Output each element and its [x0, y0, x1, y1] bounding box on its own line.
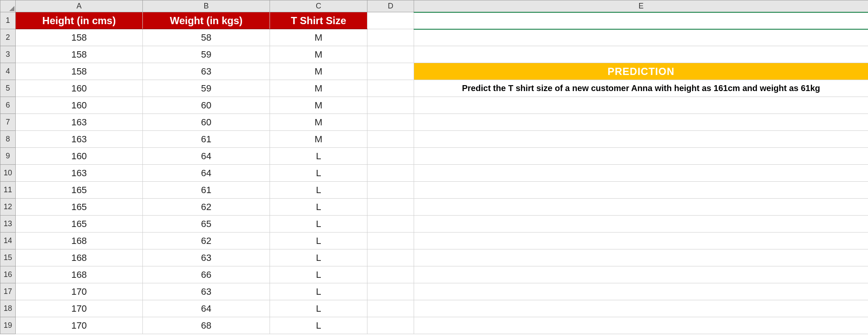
col-header-E[interactable]: E [414, 0, 868, 12]
cell-A10[interactable]: 163 [16, 165, 143, 182]
row-header-11[interactable]: 11 [0, 182, 16, 199]
cell-C19[interactable]: L [270, 317, 367, 334]
row-header-8[interactable]: 8 [0, 131, 16, 148]
cell-E14[interactable] [414, 233, 868, 249]
row-header-17[interactable]: 17 [0, 283, 16, 300]
cell-B10[interactable]: 64 [143, 165, 270, 182]
cell-A7[interactable]: 163 [16, 114, 143, 131]
cell-C15[interactable]: L [270, 249, 367, 266]
cell-C18[interactable]: L [270, 300, 367, 317]
row-header-13[interactable]: 13 [0, 216, 16, 233]
row-header-12[interactable]: 12 [0, 199, 16, 216]
cell-D8[interactable] [367, 131, 414, 148]
cell-C13[interactable]: L [270, 216, 367, 233]
cell-D17[interactable] [367, 283, 414, 300]
cell-E8[interactable] [414, 131, 868, 148]
cell-E6[interactable] [414, 97, 868, 114]
cell-B16[interactable]: 66 [143, 266, 270, 283]
cell-A8[interactable]: 163 [16, 131, 143, 148]
cell-E7[interactable] [414, 114, 868, 131]
cell-B1-header-weight[interactable]: Weight (in kgs) [143, 12, 270, 29]
cell-D7[interactable] [367, 114, 414, 131]
spreadsheet-grid[interactable]: A B C D E 1 Height (in cms) Weight (in k… [0, 0, 868, 334]
row-header-10[interactable]: 10 [0, 165, 16, 182]
cell-E10[interactable] [414, 165, 868, 182]
col-header-A[interactable]: A [16, 0, 143, 12]
row-header-4[interactable]: 4 [0, 63, 16, 80]
cell-B15[interactable]: 63 [143, 249, 270, 266]
cell-C10[interactable]: L [270, 165, 367, 182]
cell-C2[interactable]: M [270, 29, 367, 46]
cell-E3[interactable] [414, 46, 868, 63]
cell-C4[interactable]: M [270, 63, 367, 80]
cell-C9[interactable]: L [270, 148, 367, 165]
cell-A13[interactable]: 165 [16, 216, 143, 233]
cell-D5[interactable] [367, 80, 414, 97]
cell-D18[interactable] [367, 300, 414, 317]
cell-C6[interactable]: M [270, 97, 367, 114]
cell-D3[interactable] [367, 46, 414, 63]
row-header-2[interactable]: 2 [0, 29, 16, 46]
cell-A16[interactable]: 168 [16, 266, 143, 283]
cell-A17[interactable]: 170 [16, 283, 143, 300]
cell-D10[interactable] [367, 165, 414, 182]
select-all-corner[interactable] [0, 0, 16, 12]
cell-B8[interactable]: 61 [143, 131, 270, 148]
cell-D11[interactable] [367, 182, 414, 199]
cell-E17[interactable] [414, 283, 868, 300]
col-header-D[interactable]: D [367, 0, 414, 12]
cell-C11[interactable]: L [270, 182, 367, 199]
cell-D16[interactable] [367, 266, 414, 283]
cell-D13[interactable] [367, 216, 414, 233]
cell-E15[interactable] [414, 249, 868, 266]
cell-A19[interactable]: 170 [16, 317, 143, 334]
cell-B4[interactable]: 63 [143, 63, 270, 80]
cell-E5-prediction-text[interactable]: Predict the T shirt size of a new custom… [414, 80, 868, 97]
cell-D14[interactable] [367, 233, 414, 249]
cell-B19[interactable]: 68 [143, 317, 270, 334]
cell-E1-selected[interactable] [414, 12, 868, 29]
cell-A6[interactable]: 160 [16, 97, 143, 114]
cell-C7[interactable]: M [270, 114, 367, 131]
cell-E12[interactable] [414, 199, 868, 216]
cell-A1-header-height[interactable]: Height (in cms) [16, 12, 143, 29]
cell-C3[interactable]: M [270, 46, 367, 63]
cell-A9[interactable]: 160 [16, 148, 143, 165]
cell-D4[interactable] [367, 63, 414, 80]
cell-A12[interactable]: 165 [16, 199, 143, 216]
cell-C14[interactable]: L [270, 233, 367, 249]
cell-A15[interactable]: 168 [16, 249, 143, 266]
cell-D6[interactable] [367, 97, 414, 114]
row-header-14[interactable]: 14 [0, 233, 16, 249]
row-header-1[interactable]: 1 [0, 12, 16, 29]
cell-C12[interactable]: L [270, 199, 367, 216]
cell-B13[interactable]: 65 [143, 216, 270, 233]
cell-A14[interactable]: 168 [16, 233, 143, 249]
cell-B5[interactable]: 59 [143, 80, 270, 97]
cell-B2[interactable]: 58 [143, 29, 270, 46]
cell-B12[interactable]: 62 [143, 199, 270, 216]
row-header-18[interactable]: 18 [0, 300, 16, 317]
cell-D1[interactable] [367, 12, 414, 29]
cell-E9[interactable] [414, 148, 868, 165]
cell-D2[interactable] [367, 29, 414, 46]
cell-C17[interactable]: L [270, 283, 367, 300]
cell-A4[interactable]: 158 [16, 63, 143, 80]
cell-C5[interactable]: M [270, 80, 367, 97]
row-header-5[interactable]: 5 [0, 80, 16, 97]
cell-D15[interactable] [367, 249, 414, 266]
row-header-16[interactable]: 16 [0, 266, 16, 283]
cell-A5[interactable]: 160 [16, 80, 143, 97]
cell-E4-prediction-banner[interactable]: PREDICTION [414, 63, 868, 80]
cell-D19[interactable] [367, 317, 414, 334]
cell-C16[interactable]: L [270, 266, 367, 283]
cell-B3[interactable]: 59 [143, 46, 270, 63]
cell-B7[interactable]: 60 [143, 114, 270, 131]
cell-B18[interactable]: 64 [143, 300, 270, 317]
cell-D12[interactable] [367, 199, 414, 216]
cell-B11[interactable]: 61 [143, 182, 270, 199]
cell-A3[interactable]: 158 [16, 46, 143, 63]
cell-C8[interactable]: M [270, 131, 367, 148]
cell-A18[interactable]: 170 [16, 300, 143, 317]
row-header-7[interactable]: 7 [0, 114, 16, 131]
